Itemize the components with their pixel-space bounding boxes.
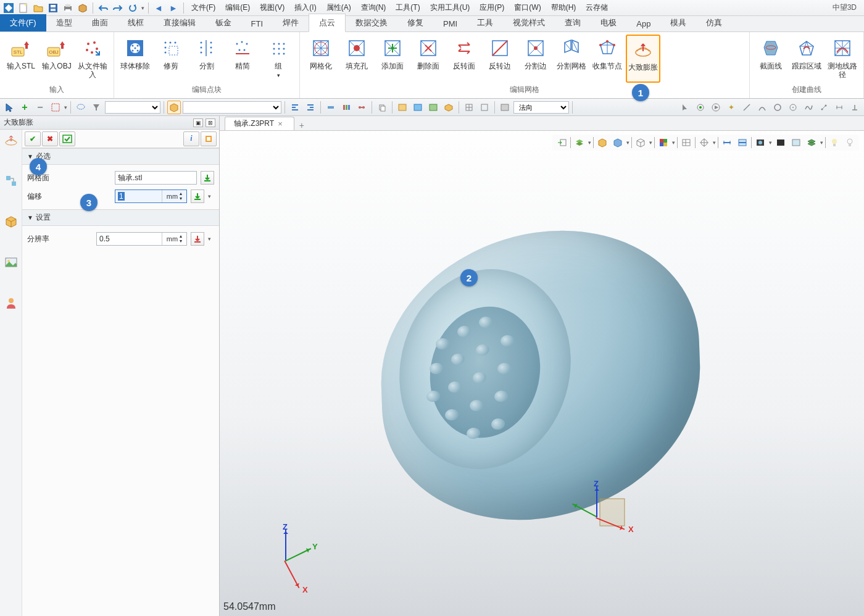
btn-fillhole[interactable]: 填充孔 [339,35,374,83]
btn-collect[interactable]: 收集节点 [590,35,625,83]
play-icon[interactable] [709,101,723,114]
new-icon[interactable] [17,2,30,14]
btn-trim[interactable]: 修剪 [154,35,188,83]
vt-color-icon[interactable] [657,136,670,149]
ribbon-tab-pmi[interactable]: PMI [433,16,467,31]
vt-cube1-icon[interactable] [596,136,609,149]
side-inflate-icon[interactable] [3,132,19,148]
layer4-icon[interactable] [442,101,455,114]
menu-app[interactable]: 应用(P) [476,1,508,14]
menu-insert[interactable]: 插入(I) [291,1,320,14]
btn-track[interactable]: 跟踪区域 [789,35,824,83]
menu-cloud[interactable]: 云存储 [582,1,612,14]
btn-addface[interactable]: 添加面 [375,35,410,83]
add-icon[interactable]: + [18,101,31,114]
vt-bulb-icon[interactable] [828,136,841,149]
dim3-icon[interactable] [355,101,368,114]
offset-pick-button[interactable] [191,189,204,203]
panel-min-icon[interactable]: ▣ [193,119,203,127]
cube-icon[interactable] [167,101,181,114]
grid2-icon[interactable] [478,101,491,114]
point-icon[interactable] [817,101,831,114]
doc-tab-close-icon[interactable]: × [278,119,283,128]
vt-wireframe-icon[interactable] [634,136,647,149]
vt-section-icon[interactable] [736,136,749,149]
menu-query[interactable]: 查询(N) [357,1,390,14]
nav-fwd-icon[interactable]: ► [167,2,180,14]
filter-combo[interactable] [105,101,160,114]
ribbon-tab-mold[interactable]: 模具 [660,14,696,31]
ok-button[interactable]: ✔ [25,131,41,146]
lasso-icon[interactable] [74,101,88,114]
vt-cube2-icon[interactable] [611,136,625,149]
doc-tab-active[interactable]: 轴承.Z3PRT × [225,117,294,130]
btn-split[interactable]: 分割 [189,35,224,83]
select-all-icon[interactable] [49,101,62,114]
vt-render-icon[interactable] [754,136,767,149]
vt-light-icon[interactable] [789,136,803,149]
ribbon-tab-repair[interactable]: 修复 [397,14,433,31]
ribbon-tab-model[interactable]: 造型 [46,14,82,31]
spline-icon[interactable] [802,101,815,114]
package-icon[interactable] [77,2,89,14]
btn-geodesic[interactable]: 测地线路径 [825,35,860,83]
target-icon[interactable] [694,101,707,114]
menu-tools[interactable]: 工具(T) [392,1,423,14]
menu-attr[interactable]: 属性(A) [323,1,355,14]
btn-flipedge[interactable]: 反转边 [483,35,517,83]
grid1-icon[interactable] [462,101,476,114]
input-resolution[interactable]: 0.5 mm ▴▾ [96,232,187,246]
dim-icon[interactable] [833,101,846,114]
ribbon-tab-app[interactable]: App [626,16,660,31]
layer1-icon[interactable] [396,101,409,114]
preview-button[interactable] [201,131,217,146]
ribbon-tab-surface[interactable]: 曲面 [82,14,118,31]
side-tree-icon[interactable] [3,173,19,189]
ribbon-tab-file[interactable]: 文件(F) [0,14,46,31]
ribbon-tab-tools[interactable]: 工具 [467,14,503,31]
ribbon-tab-sim[interactable]: 仿真 [696,14,732,31]
layer-combo[interactable] [183,101,281,114]
menu-file[interactable]: 文件(F) [188,1,219,14]
dim2-icon[interactable] [339,101,353,114]
ribbon-tab-wire[interactable]: 线框 [118,14,154,31]
arc-icon[interactable] [755,101,769,114]
copy-icon[interactable] [375,101,389,114]
vt-bulb2-icon[interactable] [843,136,857,149]
info-button[interactable]: i [183,131,199,146]
vt-insert-icon[interactable] [555,136,568,149]
cursor-icon[interactable] [2,101,16,114]
menu-help[interactable]: 帮助(H) [547,1,580,14]
btn-simplify[interactable]: 精简 [225,35,260,83]
vt-dark-icon[interactable] [774,136,787,149]
vt-origin-icon[interactable] [697,136,711,149]
menu-edit[interactable]: 编辑(E) [222,1,254,14]
model-3d[interactable]: X Z [306,215,738,560]
ribbon-tab-electrode[interactable]: 电极 [591,14,626,31]
filter-icon[interactable] [89,101,103,114]
app-icon[interactable] [2,2,15,14]
section-required[interactable]: ▼必选 [22,148,219,165]
btn-section[interactable]: 截面线 [754,35,788,83]
btn-splitedge[interactable]: 分割边 [518,35,553,83]
vt-layers-icon[interactable] [573,136,586,149]
ribbon-tab-sheet[interactable]: 钣金 [206,14,241,31]
btn-meshify[interactable]: 网格化 [304,35,338,83]
open-icon[interactable] [32,2,44,14]
btn-flipface[interactable]: 反转面 [447,35,481,83]
meshface-pick-button[interactable] [201,171,214,185]
plane-icon[interactable] [498,101,512,114]
btn-import-obj[interactable]: OBJ输入OBJ [39,35,74,83]
layer3-icon[interactable] [426,101,440,114]
btn-splitmesh[interactable]: 分割网格 [554,35,589,83]
ribbon-tab-weld[interactable]: 焊件 [273,14,309,31]
btn-delface[interactable]: 删除面 [411,35,446,83]
pointer2-icon[interactable] [678,101,692,114]
redo-icon[interactable] [112,2,124,14]
offset-dropdown[interactable]: ▾ [208,193,214,199]
perp-icon[interactable] [848,101,862,114]
ribbon-tab-exchange[interactable]: 数据交换 [346,14,397,31]
viewport[interactable]: 轴承.Z3PRT × + ▾ ▾ ▾ ▾ ▾ [220,116,864,616]
btn-sphere-remove[interactable]: 球体移除 [118,35,152,83]
btn-group[interactable]: 组▾ [261,35,296,83]
